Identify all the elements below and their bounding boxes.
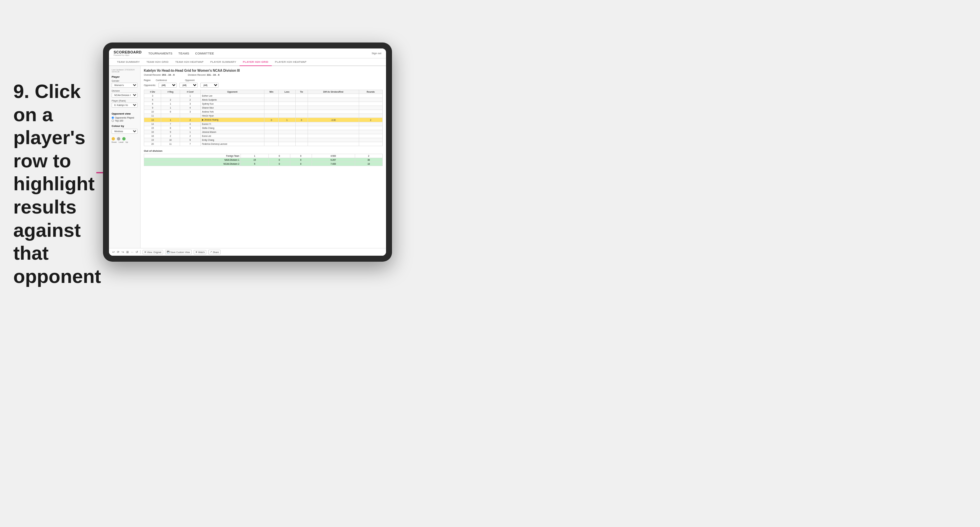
table-cell: [278, 98, 295, 102]
table-cell: [278, 130, 295, 134]
sidebar-player-rank-select[interactable]: 8. Katelyn Vo: [111, 103, 138, 108]
table-cell: 11: [161, 142, 180, 146]
legend-dots: [111, 137, 138, 140]
crop-icon[interactable]: ⊞: [126, 251, 129, 254]
nav-committee[interactable]: COMMITTEE: [195, 51, 214, 56]
sidebar-division-select[interactable]: NCAA Division III: [111, 93, 138, 98]
sign-out-button[interactable]: Sign out: [372, 52, 381, 55]
table-cell: [308, 142, 359, 146]
table-row[interactable]: 11HeeJo Hyun: [144, 114, 383, 118]
radio-opponents-played[interactable]: Opponents Played: [111, 117, 138, 119]
table-cell: 10: [161, 138, 180, 142]
table-row[interactable]: 914Sharon Mun: [144, 106, 383, 110]
col-loss: Loss: [278, 90, 295, 94]
table-row[interactable]: 1585Stella Chang: [144, 126, 383, 130]
table-cell: 9: [161, 130, 180, 134]
table-cell: [278, 94, 295, 98]
table-cell: 2: [161, 134, 180, 138]
table-cell: [359, 142, 382, 146]
watch-label: Watch: [198, 251, 205, 253]
table-cell: [278, 138, 295, 142]
table-cell: [308, 110, 359, 114]
table-row[interactable]: 31Esther Lee: [144, 94, 383, 98]
division-record-label: Division Record: 331 - 34 - 6: [188, 73, 220, 76]
table-row[interactable]: 1312▶ Jessica Huang010-3.002: [144, 118, 383, 122]
undo-icon[interactable]: ↩: [112, 251, 115, 254]
conference-label: Conference: [156, 79, 169, 81]
logo-sub: Powered by clippi: [114, 54, 142, 56]
table-cell: [264, 126, 278, 130]
table-cell: 6: [161, 110, 180, 114]
table-row[interactable]: 1822Euna Lee: [144, 134, 383, 138]
content-panel: Katelyn Vo Head-to-Head Grid for Women's…: [140, 66, 386, 248]
table-cell: 15: [144, 126, 161, 130]
view-original-btn[interactable]: 👁 View: Original: [143, 250, 163, 254]
table-cell: 1: [161, 118, 180, 122]
table-row[interactable]: 1474Eunice Yi: [144, 122, 383, 126]
tab-team-summary[interactable]: TEAM SUMMARY: [114, 59, 143, 65]
region-filter[interactable]: (All): [159, 83, 177, 88]
tab-team-h2h-grid[interactable]: TEAM H2H GRID: [143, 59, 172, 65]
tab-player-h2h-grid[interactable]: PLAYER H2H GRID: [240, 59, 272, 66]
table-cell: 1: [278, 118, 295, 122]
table-cell: 0: [295, 118, 308, 122]
table-cell: Stella Chang: [200, 126, 264, 130]
legend-dot-down: [111, 137, 115, 140]
table-cell: 6: [144, 102, 161, 106]
redo-icon[interactable]: ↪: [122, 251, 124, 254]
out-table-row[interactable]: NCAA Division 25007.40010: [144, 162, 383, 166]
table-cell: [359, 122, 382, 126]
table-cell: [308, 138, 359, 142]
table-cell: [264, 114, 278, 118]
out-data-cell: 0: [269, 162, 290, 166]
watch-btn[interactable]: 👁 Watch: [194, 250, 207, 254]
sidebar: Last Updated: 27/03/2024 16:55:28 Player…: [109, 66, 140, 248]
col-conf: # Conf: [180, 90, 200, 94]
refresh-icon[interactable]: ↺: [135, 251, 138, 254]
table-cell: [359, 114, 382, 118]
out-data-cell: 9.267: [312, 158, 355, 162]
tab-team-h2h-heatmap[interactable]: TEAM H2H HEATMAP: [172, 59, 207, 65]
table-cell: [359, 126, 382, 130]
table-cell: [264, 110, 278, 114]
table-cell: [278, 122, 295, 126]
nav-teams[interactable]: TEAMS: [178, 51, 189, 56]
out-table-row[interactable]: NAIA Division 115009.26730: [144, 158, 383, 162]
out-table-row[interactable]: Foreign Team1004.5002: [144, 154, 383, 158]
colour-by-select[interactable]: Win/loss: [111, 129, 138, 134]
save-custom-view-btn[interactable]: 💾 Save Custom View: [165, 250, 192, 254]
colour-by-section: Colour by Win/loss Down Level Up: [111, 125, 138, 143]
tab-player-h2h-heatmap[interactable]: PLAYER H2H HEATMAP: [272, 59, 310, 65]
table-row[interactable]: 20117Federica Domecq Lacroze: [144, 142, 383, 146]
radio-top100[interactable]: Top 100: [111, 119, 138, 122]
out-division-table: Foreign Team1004.5002NAIA Division 11500…: [144, 154, 383, 166]
table-row[interactable]: 522Alexis Sudjanto: [144, 98, 383, 102]
table-cell: [264, 102, 278, 106]
table-cell: [308, 134, 359, 138]
table-row[interactable]: 1063Andrea York: [144, 110, 383, 114]
table-cell: Andrea York: [200, 110, 264, 114]
legend-label-level: Level: [119, 141, 123, 143]
legend-label-down: Down: [111, 141, 117, 143]
table-cell: HeeJo Hyun: [200, 114, 264, 118]
table-row[interactable]: 19106Emily Chang: [144, 138, 383, 142]
table-cell: [295, 114, 308, 118]
table-cell: 1: [180, 94, 200, 98]
table-cell: 16: [144, 130, 161, 134]
redo-small-icon[interactable]: ⟳: [117, 251, 119, 254]
sidebar-gender-label: Gender: [111, 80, 138, 82]
table-cell: Sharon Mun: [200, 106, 264, 110]
sidebar-gender-select[interactable]: Women's: [111, 83, 138, 88]
conference-filter[interactable]: (All): [180, 83, 198, 88]
table-cell: [264, 122, 278, 126]
table-cell: Eunice Yi: [200, 122, 264, 126]
table-cell: [308, 122, 359, 126]
nav-tournaments[interactable]: TOURNAMENTS: [148, 51, 172, 56]
table-row[interactable]: 613Sydney Kuo: [144, 102, 383, 106]
more-icon[interactable]: ···: [131, 251, 134, 254]
share-btn[interactable]: ↗ Share: [208, 250, 221, 254]
opponent-filter[interactable]: (All): [200, 83, 219, 88]
table-row[interactable]: 1691Jessica Mason: [144, 130, 383, 134]
col-div: # Div: [144, 90, 161, 94]
tab-player-summary[interactable]: PLAYER SUMMARY: [207, 59, 240, 65]
